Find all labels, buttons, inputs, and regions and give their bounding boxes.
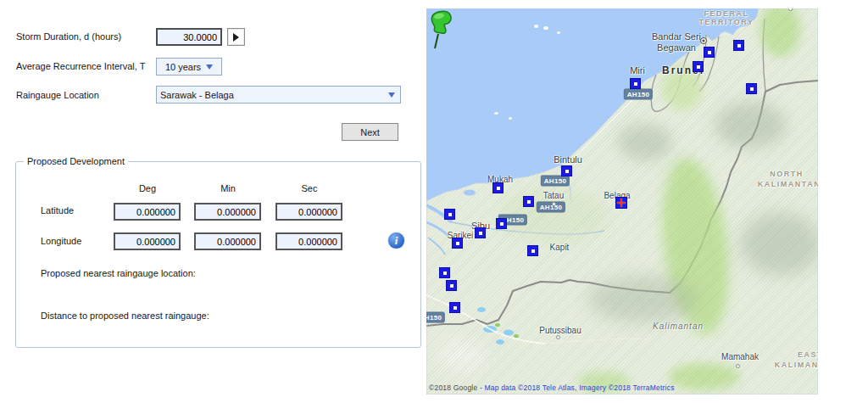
marker-center-icon [737, 44, 741, 48]
marker-center-icon [634, 82, 637, 86]
marker-center-icon [479, 232, 482, 235]
marker-sarikei[interactable] [452, 238, 463, 249]
island-icon [557, 31, 560, 34]
marker-center-icon [443, 271, 447, 275]
nearest-raingauge-label: Proposed nearest raingauge location: [41, 268, 196, 278]
marker-sibu-east[interactable] [496, 218, 507, 229]
longitude-min-input[interactable] [194, 232, 261, 250]
column-header-sec: Sec [275, 183, 343, 193]
marker-center-icon [531, 249, 535, 253]
marker-coast-4[interactable] [449, 302, 460, 313]
island-icon [509, 117, 512, 120]
marker-coast-2[interactable] [439, 267, 450, 278]
latitude-sec-input[interactable] [275, 203, 342, 221]
marker-limbang[interactable] [746, 83, 757, 94]
latitude-deg-input[interactable] [114, 203, 181, 221]
longitude-label: Longitude [41, 236, 81, 246]
storm-duration-input[interactable] [156, 28, 222, 46]
info-icon[interactable]: i [388, 232, 404, 249]
map-attribution: ©2018 Google - Map data ©2018 Tele Atlas… [429, 383, 675, 392]
marker-brunei[interactable] [693, 61, 704, 72]
raingauge-location-value: Sarawak - Belaga [160, 90, 234, 100]
marker-center-icon [750, 87, 754, 91]
recurrence-interval-dropdown[interactable]: 10 years [156, 58, 222, 76]
recurrence-interval-label: Average Recurrence Interval, T [16, 61, 145, 71]
chevron-down-icon [206, 64, 213, 70]
column-header-min: Min [194, 183, 262, 193]
next-button-label: Next [360, 127, 380, 137]
next-button[interactable]: Next [342, 123, 398, 141]
distance-raingauge-label: Distance to proposed nearest raingauge: [41, 311, 209, 321]
island-icon [494, 112, 498, 115]
storm-duration-spinner-button[interactable] [227, 28, 245, 46]
column-header-deg: Deg [114, 183, 181, 193]
longitude-sec-input[interactable] [275, 232, 342, 250]
town-dot-top-edge [788, 8, 793, 11]
marker-center-icon [697, 65, 700, 69]
info-icon-glyph: i [395, 234, 398, 248]
latitude-label: Latitude [41, 205, 74, 215]
marker-bintulu[interactable] [561, 165, 572, 176]
marker-coast-3[interactable] [446, 280, 457, 291]
marker-belaga-selected[interactable] [615, 197, 627, 209]
marker-center-icon [450, 284, 453, 288]
marker-tatau[interactable] [523, 196, 534, 207]
town-dot-mamahak [736, 364, 740, 368]
marker-center-icon [565, 170, 569, 173]
play-icon [233, 33, 239, 42]
marker-coast-1[interactable] [444, 209, 455, 220]
marker-center-icon [708, 51, 711, 54]
marker-mukah[interactable] [492, 182, 504, 193]
island-icon [534, 25, 538, 28]
marker-center-icon [453, 306, 457, 310]
chevron-down-icon [388, 92, 395, 98]
marker-center-icon [448, 213, 452, 216]
island-icon [543, 26, 548, 30]
marker-center-icon [527, 200, 531, 204]
marker-center-icon [500, 222, 504, 226]
town-dot-tatau [552, 202, 556, 206]
raingauge-location-label: Raingauge Location [16, 90, 99, 100]
raingauge-location-dropdown[interactable]: Sarawak - Belaga [156, 86, 401, 104]
marker-center-icon [456, 242, 459, 245]
app-window: Storm Duration, d (hours) Average Recurr… [0, 0, 868, 403]
recurrence-interval-value: 10 years [165, 62, 201, 72]
longitude-deg-input[interactable] [114, 232, 181, 250]
storm-duration-label: Storm Duration, d (hours) [16, 31, 121, 42]
marker-sibu[interactable] [475, 227, 486, 238]
marker-kapit[interactable] [527, 245, 538, 256]
map[interactable]: AH150AH150AH150AH150AH150FEDERAL TERRITO… [426, 8, 818, 395]
marker-miri[interactable] [630, 78, 641, 89]
proposed-development-group: Proposed Development Deg Min Sec Latitud… [15, 161, 421, 348]
map-attribution-providers: - Map data ©2018 Tele Atlas, Imagery ©20… [477, 383, 674, 392]
latitude-min-input[interactable] [194, 203, 261, 221]
map-attribution-google: ©2018 Google [429, 383, 477, 392]
marker-center-icon [497, 187, 500, 190]
marker-labuan[interactable] [733, 40, 744, 51]
proposed-development-legend: Proposed Development [24, 156, 128, 166]
town-dot-putussibau [556, 335, 560, 339]
selected-location-pin[interactable] [426, 8, 453, 51]
capital-dot-bandar-seri-begawan [700, 37, 707, 44]
marker-bandar-seri-begawan[interactable] [704, 47, 715, 58]
